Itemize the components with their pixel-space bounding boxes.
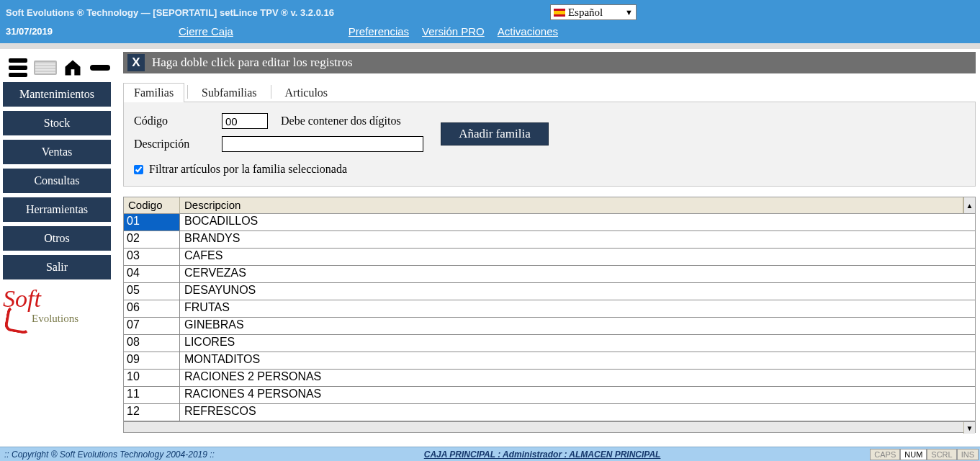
minimize-icon[interactable] (88, 55, 112, 80)
cell-codigo: 08 (124, 335, 180, 352)
status-center: CAJA PRINCIPAL : Administrador : ALMACEN… (215, 449, 870, 460)
table-row[interactable]: 06FRUTAS (124, 300, 975, 318)
cell-codigo: 09 (124, 352, 180, 369)
input-codigo[interactable] (222, 113, 268, 129)
cell-descripcion: MONTADITOS (180, 352, 975, 369)
cell-descripcion: GINEBRAS (180, 318, 975, 334)
tab-subfamilias[interactable]: Subfamilias (191, 83, 267, 102)
cell-descripcion: RACIONES 4 PERSONAS (180, 387, 975, 403)
cell-codigo: 03 (124, 249, 180, 265)
status-copyright: :: Copyright ® Soft Evolutions Technolog… (0, 449, 215, 460)
cell-codigo: 04 (124, 266, 180, 282)
table-row[interactable]: 05DESAYUNOS (124, 283, 975, 300)
chevron-down-icon: ▼ (625, 8, 633, 17)
menu-icon[interactable] (6, 55, 30, 80)
add-familia-button[interactable]: Añadir familia (441, 122, 549, 146)
form-panel: Código Debe contener dos dígitos Descrip… (123, 102, 976, 187)
header-separator (0, 43, 980, 49)
flag-es-icon (554, 9, 565, 17)
link-activaciones[interactable]: Activaciones (498, 25, 558, 37)
input-descripcion[interactable] (222, 136, 423, 152)
cell-descripcion: CAFES (180, 249, 975, 265)
section-title-text: Haga doble click para editar los registr… (152, 55, 353, 70)
cell-descripcion: BRANDYS (180, 231, 975, 248)
link-cierre-caja[interactable]: Cierre Caja (179, 25, 233, 37)
table-row[interactable]: 11RACIONES 4 PERSONAS (124, 387, 975, 404)
link-preferencias[interactable]: Preferencias (349, 25, 409, 37)
home-icon[interactable] (60, 55, 85, 80)
num-indicator: NUM (900, 449, 927, 460)
app-header: Soft Evolutions ® Technology — [SEPORTAT… (0, 0, 980, 43)
table-row[interactable]: 12REFRESCOS (124, 404, 975, 421)
cell-descripcion: DESAYUNOS (180, 283, 975, 300)
table-row[interactable]: 02BRANDYS (124, 231, 975, 249)
cell-codigo: 10 (124, 370, 180, 386)
filter-checkbox[interactable] (134, 165, 143, 174)
language-selector[interactable]: Español ▼ (550, 4, 637, 20)
cell-descripcion: BOCADILLOS (180, 214, 975, 230)
cell-codigo: 01 (124, 214, 180, 230)
cell-codigo: 11 (124, 387, 180, 403)
caps-indicator: CAPS (870, 449, 900, 460)
table-row[interactable]: 07GINEBRAS (124, 318, 975, 335)
cell-descripcion: LICORES (180, 335, 975, 352)
cell-codigo: 07 (124, 318, 180, 334)
nav-salir[interactable]: Salir (3, 255, 111, 279)
header-date: 31/07/2019 (6, 26, 150, 37)
link-version-pro[interactable]: Versión PRO (422, 25, 485, 37)
table-row[interactable]: 03CAFES (124, 249, 975, 266)
cell-descripcion: FRUTAS (180, 300, 975, 317)
app-title: Soft Evolutions ® Technology — [SEPORTAT… (6, 7, 334, 18)
hint-codigo: Debe contener dos dígitos (281, 115, 401, 127)
nav-ventas[interactable]: Ventas (3, 140, 111, 164)
cell-codigo: 05 (124, 283, 180, 300)
table-row[interactable]: 01BOCADILLOS (124, 214, 975, 231)
cell-codigo: 02 (124, 231, 180, 248)
scrl-indicator: SCRL (927, 449, 956, 460)
nav-herramientas[interactable]: Herramientas (3, 197, 111, 222)
cell-descripcion: CERVEZAS (180, 266, 975, 282)
th-codigo[interactable]: Codigo (124, 197, 180, 213)
table-row[interactable]: 04CERVEZAS (124, 266, 975, 283)
sidebar: Mantenimientos Stock Ventas Consultas He… (0, 49, 119, 447)
cell-codigo: 12 (124, 404, 180, 421)
section-header: X Haga doble click para editar los regis… (123, 52, 976, 73)
th-descripcion[interactable]: Descripcion (180, 197, 963, 213)
filter-label: Filtrar artículos por la familia selecci… (149, 163, 347, 176)
ins-indicator: INS (957, 449, 979, 460)
nav-otros[interactable]: Otros (3, 226, 111, 251)
family-table: Codigo Descripcion ▲ 01BOCADILLOS02BRAND… (123, 197, 976, 433)
tab-articulos[interactable]: Articulos (274, 83, 339, 102)
cell-descripcion: RACIONES 2 PERSONAS (180, 370, 975, 386)
label-descripcion: Descripción (134, 138, 213, 151)
cell-codigo: 06 (124, 300, 180, 317)
table-row[interactable]: 09MONTADITOS (124, 352, 975, 370)
scroll-down-icon[interactable]: ▼ (963, 422, 975, 434)
table-row[interactable]: 08LICORES (124, 335, 975, 352)
tab-familias[interactable]: Familias (123, 83, 184, 102)
language-label: Español (568, 6, 603, 18)
cell-descripcion: REFRESCOS (180, 404, 975, 421)
status-bar: :: Copyright ® Soft Evolutions Technolog… (0, 447, 980, 461)
content-area: X Haga doble click para editar los regis… (119, 49, 980, 447)
scroll-up-icon[interactable]: ▲ (963, 197, 975, 213)
keyboard-indicators: CAPS NUM SCRL INS (870, 449, 980, 460)
close-section-button[interactable]: X (127, 54, 145, 71)
table-row[interactable]: 10RACIONES 2 PERSONAS (124, 370, 975, 387)
nav-stock[interactable]: Stock (3, 111, 111, 135)
brand-logo: Soft Evolutions (3, 285, 111, 343)
nav-mantenimientos[interactable]: Mantenimientos (3, 82, 111, 107)
tabs: Familias Subfamilias Articulos (123, 82, 976, 102)
nav-consultas[interactable]: Consultas (3, 169, 111, 193)
label-codigo: Código (134, 115, 213, 127)
keyboard-icon[interactable] (33, 55, 58, 80)
